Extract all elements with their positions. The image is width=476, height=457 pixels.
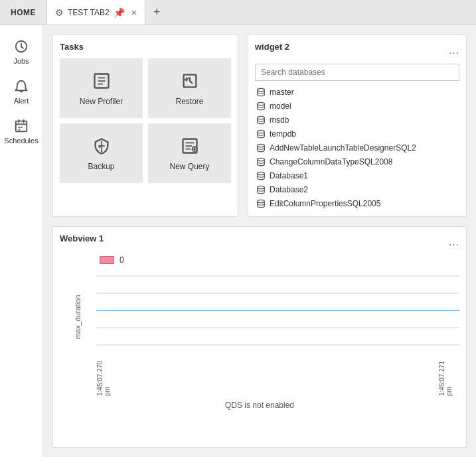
db-item-master[interactable]: master <box>255 86 459 98</box>
db-item-database2[interactable]: Database2 <box>255 184 459 196</box>
db-name: ChangeColumnDataTypeSQL2008 <box>270 157 392 166</box>
db-name: master <box>270 88 294 97</box>
legend-color-box <box>100 256 114 264</box>
tab-close-button[interactable]: × <box>131 7 137 18</box>
alert-icon <box>13 78 29 94</box>
webview-menu-button[interactable]: ... <box>449 236 459 248</box>
restore-icon <box>179 70 200 92</box>
task-new-query[interactable]: New Query <box>148 123 231 183</box>
schedules-icon <box>13 118 29 134</box>
db-name: model <box>270 101 291 111</box>
tasks-grid: New Profiler Restore <box>60 58 231 183</box>
new-profiler-label: New Profiler <box>80 97 123 106</box>
task-new-profiler[interactable]: New Profiler <box>60 58 143 118</box>
widget2-panel: widget 2 ... master mode <box>248 34 467 217</box>
widget2-header: widget 2 ... <box>255 42 459 58</box>
svg-rect-2 <box>18 127 20 128</box>
backup-icon <box>91 135 112 157</box>
db-item-msdb[interactable]: msdb <box>255 114 459 126</box>
content-area: Tasks New Profiler <box>43 25 476 457</box>
db-item-editcolumn[interactable]: EditColumnPropertiesSQL2005 <box>255 198 459 210</box>
new-query-icon <box>179 135 200 157</box>
tab-add-button[interactable]: + <box>145 0 169 25</box>
widget2-menu-button[interactable]: ... <box>449 44 459 56</box>
db-item-changecolumn[interactable]: ChangeColumnDataTypeSQL2008 <box>255 156 459 168</box>
db-item-addnewtable[interactable]: AddNewTableLaunchTableDesignerSQL2 <box>255 142 459 154</box>
restore-label: Restore <box>175 97 203 106</box>
sidebar-item-schedules[interactable]: Schedules <box>0 111 42 151</box>
database-icon <box>256 171 266 180</box>
svg-point-17 <box>258 200 265 202</box>
svg-rect-3 <box>21 127 23 128</box>
db-name: msdb <box>270 115 289 125</box>
svg-point-14 <box>258 158 265 161</box>
legend-label: 0 <box>119 255 124 265</box>
tab-settings-icon: ⚙ <box>55 7 64 18</box>
webview-title: Webview 1 <box>60 233 104 243</box>
top-row: Tasks New Profiler <box>52 34 467 217</box>
sidebar-item-jobs[interactable]: Jobs <box>0 32 42 72</box>
x-label-left: 1:45:07.270 pm <box>96 368 111 396</box>
svg-point-9 <box>258 88 265 91</box>
database-icon <box>256 143 266 153</box>
widget2-title: widget 2 <box>255 42 289 52</box>
webview-header: Webview 1 ... <box>60 233 459 250</box>
db-item-database1[interactable]: Database1 <box>255 170 459 182</box>
y-axis-label: max_duration <box>74 295 82 340</box>
db-name: Database2 <box>270 185 308 194</box>
database-icon <box>256 101 266 111</box>
tasks-title: Tasks <box>60 42 231 52</box>
sidebar-alert-label: Alert <box>14 97 29 105</box>
jobs-icon <box>13 38 29 54</box>
svg-point-10 <box>258 102 265 105</box>
sidebar-jobs-label: Jobs <box>13 57 29 65</box>
chart-bottom-label: QDS is not enabled <box>225 401 294 410</box>
sidebar: Jobs Alert <box>0 25 43 457</box>
svg-point-16 <box>258 186 265 188</box>
webview-panel: Webview 1 ... 0 max_duration <box>52 226 467 448</box>
tab-test-tab2[interactable]: ⚙ TEST TAB2 📌 × <box>47 0 145 25</box>
x-label-right: 1:45:07.271 pm <box>438 368 453 396</box>
tab-label: TEST TAB2 <box>68 8 110 17</box>
svg-point-12 <box>258 130 265 133</box>
svg-point-11 <box>258 116 265 119</box>
new-profiler-icon <box>91 70 112 92</box>
tasks-panel: Tasks New Profiler <box>52 34 238 217</box>
task-backup[interactable]: Backup <box>60 123 143 183</box>
db-name: tempdb <box>270 129 296 139</box>
home-button[interactable]: HOME <box>0 0 47 25</box>
search-databases-input[interactable] <box>255 64 459 81</box>
chart-svg: 1.0 0.5 0 -0.5 -1.0 <box>96 267 459 354</box>
database-list: master model msdb <box>255 86 459 210</box>
database-icon <box>256 199 266 208</box>
home-label: HOME <box>11 8 36 17</box>
database-icon <box>256 185 266 194</box>
svg-rect-1 <box>16 121 27 132</box>
db-item-model[interactable]: model <box>255 100 459 112</box>
sidebar-schedules-label: Schedules <box>4 137 38 145</box>
backup-label: Backup <box>88 162 114 171</box>
svg-point-15 <box>258 172 265 174</box>
db-item-tempdb[interactable]: tempdb <box>255 128 459 140</box>
db-name: AddNewTableLaunchTableDesignerSQL2 <box>270 143 416 153</box>
tab-pin-icon: 📌 <box>114 7 125 18</box>
database-icon <box>256 88 266 97</box>
db-name: EditColumnPropertiesSQL2005 <box>270 199 380 208</box>
svg-point-13 <box>258 144 265 147</box>
database-icon <box>256 115 266 125</box>
sidebar-item-alert[interactable]: Alert <box>0 72 42 111</box>
svg-rect-4 <box>18 129 20 131</box>
db-name: Database1 <box>270 171 308 180</box>
new-query-label: New Query <box>169 162 209 171</box>
database-icon <box>256 157 266 166</box>
task-restore[interactable]: Restore <box>148 58 231 118</box>
database-icon <box>256 129 266 139</box>
